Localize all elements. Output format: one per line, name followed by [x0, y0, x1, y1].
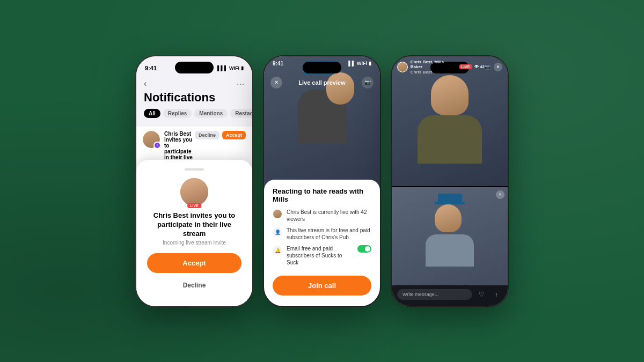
accept-button-0[interactable]: Accept: [222, 131, 246, 139]
phone-3: Chris Best, Mills Baker Chris Best LIVE …: [391, 55, 509, 307]
p3-status-bar: Chris Best, Mills Baker Chris Best LIVE …: [392, 56, 508, 77]
eye-icon: 👁: [474, 64, 479, 69]
dynamic-island-2: [303, 62, 341, 73]
head-with-hat: [435, 194, 465, 232]
notif-back-row: ‹ ···: [144, 79, 245, 88]
sheet-avatar: LIVE: [180, 178, 208, 206]
decline-button-0[interactable]: Decline: [195, 131, 219, 139]
p2-row2-text: This live stream is for free and paid su…: [287, 227, 371, 241]
phone-1: 9:41 ▌▌▌ WiFi ▮ ‹ ··· Notifications All …: [135, 55, 253, 307]
bottom-person: [426, 194, 474, 267]
notif-header: ‹ ··· Notifications All Replies Mentions…: [136, 78, 252, 124]
viewer-count: 42: [480, 64, 485, 69]
notif-badge-0: +: [153, 142, 161, 149]
p2-info-row-2: 🔔 Email free and paid subscribers of Suc…: [273, 245, 371, 266]
status-icons-2: ▌▌ WiFi ▮: [348, 61, 371, 66]
sheet-avatar-face: [180, 178, 208, 206]
p3-top-half: Chris Best, Mills Baker Chris Best LIVE …: [392, 56, 508, 186]
p3-viewers: 👁 42: [474, 64, 485, 69]
message-placeholder: Write message...: [402, 292, 438, 297]
camera-icon-3[interactable]: 📷: [485, 64, 491, 70]
sheet-handle: [185, 168, 204, 171]
stream-title: Reacting to hate reads with Mills: [273, 187, 371, 203]
phone-2: 9:41 ▌▌ WiFi ▮ ✕ Live call preview 📷 Rea…: [263, 55, 381, 307]
status-time-2: 9:41: [273, 61, 283, 67]
preview-title: Live call preview: [282, 79, 362, 86]
filter-tab-restacks[interactable]: Restacks: [230, 109, 253, 118]
wifi-icon-2: WiFi: [357, 61, 367, 66]
p3-head2: [435, 204, 462, 232]
top-body: [418, 115, 482, 164]
join-call-button[interactable]: Join call: [273, 276, 371, 295]
close-button-3[interactable]: ✕: [494, 63, 502, 71]
wifi-icon: WiFi: [229, 65, 239, 71]
live-badge: LIVE: [187, 203, 201, 208]
filter-tab-mentions[interactable]: Mentions: [194, 109, 228, 118]
p2-info-row-1: 👤 This live stream is for free and paid …: [273, 227, 371, 241]
top-person: [418, 75, 482, 164]
person-icon-2: 👤: [273, 227, 282, 237]
p2-top-row: ✕ Live call preview 📷: [264, 77, 380, 88]
sheet-modal-subtitle: Incoming live stream invite: [147, 240, 241, 246]
email-toggle[interactable]: [357, 245, 371, 253]
p3-host-name: Chris Best, Mills Baker: [411, 60, 457, 70]
phones-container: 9:41 ▌▌▌ WiFi ▮ ‹ ··· Notifications All …: [135, 55, 509, 307]
p3-top-actions: 📷 ✕: [485, 63, 502, 71]
menu-button[interactable]: ···: [237, 79, 245, 88]
share-button[interactable]: ↑: [491, 289, 502, 300]
p3-live-badge: LIVE: [459, 64, 472, 69]
p2-row3-text: Email free and paid subscribers of Sucks…: [287, 245, 353, 266]
sheet-modal-title: Chris Best invites you to participate in…: [147, 211, 241, 239]
phone2-content: 9:41 ▌▌ WiFi ▮ ✕ Live call preview 📷 Rea…: [264, 56, 380, 306]
message-input-3[interactable]: Write message...: [397, 289, 472, 300]
back-button[interactable]: ‹: [144, 79, 147, 88]
bell-icon-2: 🔔: [273, 246, 282, 255]
filter-tabs: All Replies Mentions Restacks Subscr: [144, 109, 245, 118]
signal-icon: ▌▌▌: [217, 65, 228, 71]
p3-hat: [438, 194, 462, 202]
filter-tab-replies[interactable]: Replies: [163, 109, 192, 118]
sheet-decline-button[interactable]: Decline: [147, 277, 241, 293]
phone1-content: 9:41 ▌▌▌ WiFi ▮ ‹ ··· Notifications All …: [136, 56, 252, 306]
dynamic-island-1: [175, 62, 214, 73]
p3-bottom-bar: Write message... ♡ ↑: [392, 285, 508, 306]
x-button-3[interactable]: ✕: [496, 190, 504, 199]
notif-actions-0: Decline Accept: [195, 131, 246, 139]
p3-host-row: Chris Best, Mills Baker Chris Best LIVE …: [397, 60, 485, 75]
status-icons-1: ▌▌▌ WiFi ▮: [217, 65, 244, 71]
p2-row1-text: Chris Best is currently live with 42 vie…: [287, 209, 371, 223]
notifications-title: Notifications: [144, 91, 245, 105]
bottom-sheet: LIVE Chris Best invites you to participa…: [136, 160, 252, 306]
p2-bottom: Reacting to hate reads with Mills Chris …: [264, 180, 380, 306]
p3-body2: [426, 234, 474, 267]
close-button-2[interactable]: ✕: [270, 77, 282, 88]
p3-host-avatar: [397, 62, 408, 72]
camera-icon-2[interactable]: 📷: [362, 77, 374, 88]
sheet-accept-button[interactable]: Accept: [147, 253, 241, 273]
heart-button[interactable]: ♡: [475, 289, 487, 300]
host-avatar-2: [273, 209, 282, 219]
plus-icon: +: [156, 143, 158, 147]
p3-host-info: Chris Best, Mills Baker Chris Best: [411, 60, 457, 75]
phone3-content: Chris Best, Mills Baker Chris Best LIVE …: [392, 56, 508, 306]
status-time-1: 9:41: [145, 65, 157, 71]
filter-tab-all[interactable]: All: [144, 109, 160, 118]
p2-info-row-0: Chris Best is currently live with 42 vie…: [273, 209, 371, 223]
battery-icon-2: ▮: [369, 61, 371, 66]
signal-icon-2: ▌▌: [348, 61, 355, 66]
notif-avatar-container-0: +: [143, 131, 160, 148]
p3-host-sub: Chris Best: [411, 70, 457, 75]
battery-icon: ▮: [241, 65, 244, 71]
top-head: [431, 75, 469, 115]
p3-bottom-half: ✕ Write message... ♡ ↑: [392, 186, 508, 306]
